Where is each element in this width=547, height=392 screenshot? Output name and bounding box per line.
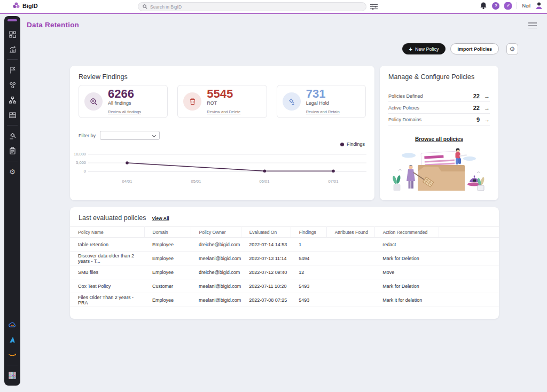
sidebar-item-reports[interactable] (4, 42, 20, 56)
brand-name: BigID (22, 3, 38, 9)
review-and-delete-link[interactable]: Review and Delete (207, 109, 240, 114)
import-policies-button[interactable]: Import Policies (450, 43, 499, 54)
findings-link[interactable]: 5493 (291, 279, 326, 293)
findings-link[interactable]: 5493 (291, 293, 326, 307)
col-action-recommended[interactable]: Action Recommended (374, 227, 439, 238)
user-name: Neil (522, 3, 530, 9)
domain-cell: Employee (144, 252, 191, 265)
google-cloud-icon (8, 322, 17, 328)
sidebar-item-dashboard[interactable] (4, 27, 20, 41)
policy-name-link[interactable]: table retention (70, 238, 144, 252)
sidebar-item-data-hierarchy[interactable] (4, 93, 20, 107)
manage-policies-card: Manage & Configure Policies Policies Def… (380, 66, 498, 200)
policy-name-link[interactable]: SMB files (70, 265, 144, 279)
app-sidebar: ⚙ (4, 16, 20, 386)
azure-icon (9, 336, 16, 343)
filter-by-label: Filter by (79, 133, 96, 138)
col-attributes-found[interactable]: Attributes Found (326, 227, 374, 238)
arrow-right-icon[interactable]: → (484, 93, 490, 99)
magnifier-icon (84, 92, 103, 111)
chart-x-axis: 04/01 05/01 06/01 07/01 (88, 179, 366, 185)
findings-link[interactable]: 1 (291, 238, 326, 252)
plus-icon: + (409, 46, 412, 52)
sidebar-divider (7, 59, 18, 60)
browse-all-policies-link[interactable]: Browse all policies (380, 136, 498, 142)
col-findings[interactable]: Findings (291, 227, 326, 238)
filter-dropdown[interactable] (100, 131, 160, 140)
tasks-check-icon[interactable]: ✓ (504, 2, 512, 10)
domain-cell: Employee (144, 238, 191, 252)
action-cell: Mark it for deletion (374, 293, 439, 307)
evaluated-cell: 2022-07-08 07:25 (241, 293, 291, 307)
policy-name-link[interactable]: Files Older Than 2 years - PRA (70, 293, 144, 307)
policies-defined-value: 22 (473, 93, 480, 99)
policy-domains-value: 9 (476, 116, 480, 123)
x-tick-0401: 04/01 (122, 179, 132, 184)
sidebar-item-cluster-analysis[interactable] (4, 78, 20, 92)
new-policy-label: New Policy (415, 46, 439, 52)
sidebar-item-settings[interactable]: ⚙ (4, 164, 20, 178)
search-filters-icon[interactable] (370, 3, 378, 11)
findings-link[interactable]: 5494 (291, 252, 326, 265)
sidebar-item-azure[interactable] (4, 333, 20, 347)
gear-icon: ⚙ (510, 46, 515, 52)
page-menu-icon[interactable] (528, 22, 537, 28)
findings-chart (88, 151, 366, 176)
review-findings-title: Review Findings (79, 73, 128, 81)
topbar-divider (517, 2, 517, 9)
policies-illustration (388, 147, 490, 196)
policy-name-link[interactable]: Cox Test Policy (70, 279, 144, 293)
chart-data-point[interactable] (332, 169, 335, 173)
user-avatar[interactable] (535, 2, 543, 10)
review-all-findings-link[interactable]: Review all findings (108, 109, 141, 114)
policy-domains-row[interactable]: Policy Domains 9 → (388, 114, 490, 126)
manage-policies-title: Manage & Configure Policies (388, 73, 474, 81)
arrow-right-icon[interactable]: → (484, 105, 490, 111)
y-tick-0: 0 (70, 169, 86, 174)
col-policy-name[interactable]: Policy Name (70, 227, 144, 238)
col-evaluated-on[interactable]: Evaluated On (241, 227, 291, 238)
new-policy-button[interactable]: + New Policy (402, 43, 446, 54)
last-evaluated-policies-card: Last evaluated policies View All Policy … (70, 207, 499, 319)
action-cell: Mark for Deletion (374, 279, 439, 293)
chart-data-point[interactable] (263, 169, 267, 173)
active-policies-label: Active Policies (388, 105, 473, 111)
attributes-cell (326, 238, 374, 252)
action-cell: Mark for Deletion (374, 252, 439, 265)
sidebar-item-reports-clipboard[interactable] (4, 144, 20, 158)
chart-data-point[interactable] (126, 161, 129, 164)
help-icon[interactable]: ? (492, 2, 499, 10)
search-input[interactable] (150, 4, 362, 10)
sidebar-item-data-flagging[interactable] (4, 63, 20, 77)
sidebar-item-aws[interactable] (4, 348, 20, 362)
attributes-cell (326, 265, 374, 279)
sidebar-item-data-catalog[interactable] (4, 108, 20, 122)
col-domain[interactable]: Domain (144, 227, 191, 238)
global-search[interactable] (138, 2, 366, 11)
table-row: SMB files Employee dreiche@bigid.com 202… (70, 265, 499, 279)
legal-hold-value: 731 (306, 88, 340, 100)
policies-defined-row[interactable]: Policies Defined 22 → (388, 90, 490, 102)
sidebar-divider (7, 365, 18, 365)
gear-icon: ⚙ (9, 168, 15, 176)
notifications-bell-icon[interactable] (480, 2, 487, 10)
evaluated-cell: 2022-07-13 11:14 (241, 252, 291, 265)
evaluated-cell: 2022-07-14 14:53 (241, 238, 291, 252)
policy-settings-button[interactable]: ⚙ (506, 43, 518, 55)
sidebar-item-apps-grid[interactable] (4, 369, 20, 382)
review-findings-card: Review Findings 6266 All findings Review… (70, 66, 374, 200)
findings-link[interactable]: 12 (291, 265, 326, 279)
policy-name-link[interactable]: Discover data older than 2 years - T... (70, 252, 144, 265)
all-findings-value: 6266 (108, 88, 141, 100)
view-all-link[interactable]: View All (152, 216, 169, 221)
col-policy-owner[interactable]: Policy Owner (191, 227, 241, 238)
gavel-icon (9, 132, 17, 140)
chevron-down-icon (152, 134, 156, 137)
sidebar-item-policies[interactable] (4, 129, 20, 143)
sidebar-item-google-cloud[interactable] (4, 318, 20, 332)
stat-tile-rot: 5545 ROT Review and Delete (177, 85, 267, 118)
arrow-right-icon[interactable]: → (484, 116, 490, 123)
flag-icon (9, 66, 17, 74)
review-and-retain-link[interactable]: Review and Retain (306, 109, 340, 114)
active-policies-row[interactable]: Active Policies 22 → (388, 102, 490, 114)
